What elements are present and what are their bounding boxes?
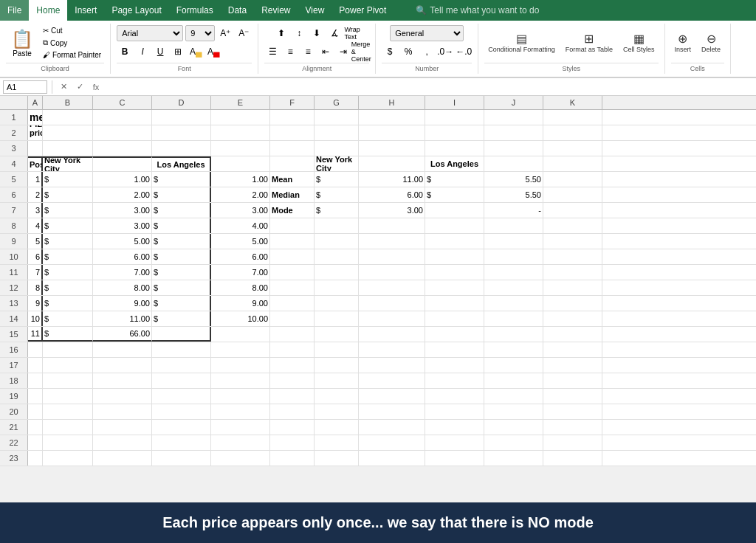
col-k-header[interactable]: K xyxy=(543,96,602,109)
cell[interactable] xyxy=(425,265,484,280)
copy-button[interactable]: ⧉ Copy xyxy=(40,37,104,49)
cell[interactable] xyxy=(315,358,359,373)
cell[interactable]: $ xyxy=(425,172,484,187)
cell[interactable] xyxy=(484,327,543,342)
cell[interactable] xyxy=(315,451,359,466)
cell[interactable]: 1 xyxy=(28,172,43,187)
cell[interactable] xyxy=(315,311,359,326)
cell[interactable] xyxy=(315,110,359,125)
cell[interactable] xyxy=(543,451,602,466)
cell[interactable] xyxy=(484,420,543,435)
cell[interactable] xyxy=(270,234,315,249)
menu-search[interactable]: 🔍 Tell me what you want to do xyxy=(408,0,546,21)
cell[interactable] xyxy=(211,125,270,140)
cell[interactable] xyxy=(425,234,484,249)
cell[interactable] xyxy=(270,265,315,280)
cell[interactable]: $ xyxy=(152,249,211,264)
cell[interactable]: 6.00 xyxy=(211,249,270,264)
cell[interactable] xyxy=(152,141,211,156)
cell[interactable] xyxy=(211,389,270,404)
cell[interactable] xyxy=(315,125,359,140)
cell[interactable] xyxy=(211,420,270,435)
cell[interactable]: $ xyxy=(315,172,359,187)
cell[interactable] xyxy=(543,110,602,125)
cell[interactable] xyxy=(270,280,315,295)
cell[interactable] xyxy=(484,296,543,311)
cell[interactable]: $ xyxy=(152,203,211,218)
cell[interactable]: $ xyxy=(43,265,93,280)
cell[interactable] xyxy=(359,296,425,311)
cell[interactable] xyxy=(152,373,211,388)
cell[interactable] xyxy=(270,110,315,125)
cell[interactable] xyxy=(315,420,359,435)
cell[interactable] xyxy=(28,420,43,435)
cell[interactable] xyxy=(315,404,359,419)
cell[interactable] xyxy=(270,141,315,156)
row-header-17[interactable]: 17 xyxy=(0,358,28,373)
cell[interactable]: $ xyxy=(315,187,359,202)
row-header-23[interactable]: 23 xyxy=(0,451,28,466)
cell[interactable]: $ xyxy=(152,296,211,311)
cell[interactable] xyxy=(211,404,270,419)
cell[interactable] xyxy=(152,342,211,357)
cell[interactable]: 9.00 xyxy=(93,296,152,311)
cell[interactable] xyxy=(93,435,152,450)
cell[interactable]: $ xyxy=(152,234,211,249)
cell[interactable] xyxy=(484,141,543,156)
cell[interactable]: $ xyxy=(43,249,93,264)
cell[interactable] xyxy=(543,420,602,435)
cell[interactable] xyxy=(425,373,484,388)
cell[interactable] xyxy=(359,110,425,125)
cell[interactable] xyxy=(359,373,425,388)
cell[interactable]: 8.00 xyxy=(93,280,152,295)
cell[interactable] xyxy=(93,141,152,156)
cell[interactable] xyxy=(425,389,484,404)
cell[interactable] xyxy=(270,327,315,342)
cell[interactable] xyxy=(484,435,543,450)
cell[interactable] xyxy=(484,218,543,233)
cell[interactable] xyxy=(43,435,93,450)
cell[interactable]: $ xyxy=(43,296,93,311)
cell[interactable]: $ xyxy=(43,187,93,202)
cell[interactable] xyxy=(359,451,425,466)
row-header-5[interactable]: 5 xyxy=(0,172,28,187)
cell[interactable] xyxy=(425,218,484,233)
col-j-header[interactable]: J xyxy=(484,96,543,109)
cell[interactable] xyxy=(315,280,359,295)
cell[interactable] xyxy=(543,218,602,233)
col-d-header[interactable]: D xyxy=(152,96,211,109)
cell[interactable]: 2.00 xyxy=(211,187,270,202)
cell[interactable] xyxy=(152,435,211,450)
cell[interactable] xyxy=(152,358,211,373)
menu-formulas[interactable]: Formulas xyxy=(169,0,221,21)
row-header-12[interactable]: 12 xyxy=(0,280,28,295)
cell[interactable]: Mode xyxy=(270,203,315,218)
cell[interactable] xyxy=(211,451,270,466)
col-i-header[interactable]: I xyxy=(425,96,484,109)
cell[interactable] xyxy=(425,296,484,311)
row-header-14[interactable]: 14 xyxy=(0,311,28,326)
cell[interactable] xyxy=(484,280,543,295)
cell[interactable] xyxy=(270,218,315,233)
format-painter-button[interactable]: 🖌 Format Painter xyxy=(40,49,104,60)
cell[interactable]: 3 xyxy=(28,203,43,218)
cell[interactable]: Mean, median, mode xyxy=(28,110,43,125)
cell[interactable]: Position xyxy=(28,156,43,171)
cell[interactable] xyxy=(270,373,315,388)
row-header-20[interactable]: 20 xyxy=(0,404,28,419)
cell[interactable] xyxy=(359,125,425,140)
cell[interactable] xyxy=(315,141,359,156)
cell[interactable] xyxy=(484,311,543,326)
cell[interactable]: Los Angeles xyxy=(152,156,211,171)
cell[interactable] xyxy=(484,358,543,373)
cell[interactable] xyxy=(425,280,484,295)
cell[interactable] xyxy=(425,203,484,218)
cell[interactable]: 1.00 xyxy=(211,172,270,187)
cell[interactable]: 5.00 xyxy=(93,234,152,249)
cell[interactable] xyxy=(315,234,359,249)
cut-button[interactable]: ✂ Cut xyxy=(40,25,104,36)
cell[interactable] xyxy=(43,420,93,435)
cell[interactable]: $ xyxy=(43,234,93,249)
cell[interactable]: $ xyxy=(152,265,211,280)
row-header-15[interactable]: 15 xyxy=(0,327,28,342)
